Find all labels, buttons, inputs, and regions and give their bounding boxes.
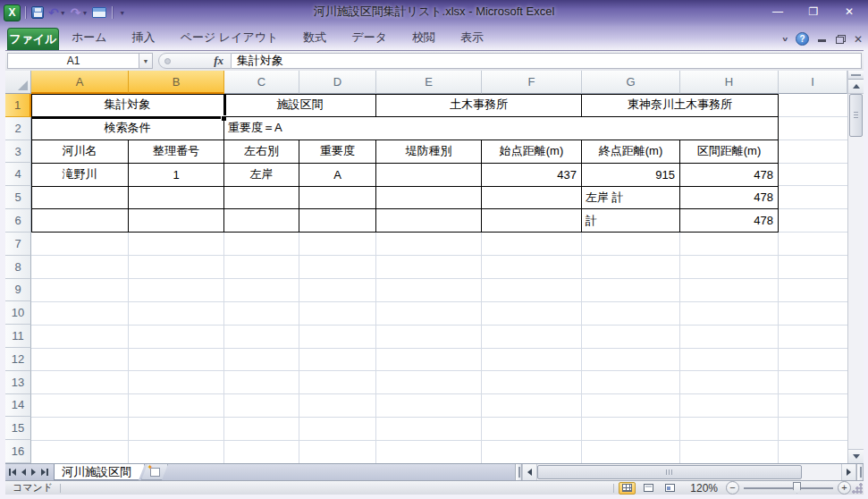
cell-b4[interactable]: 1 [129,164,224,187]
close-button[interactable]: ✕ [838,4,861,20]
cell-a6[interactable] [31,209,129,233]
cell-h3[interactable]: 区間距離(m) [680,140,779,164]
zoom-level-label[interactable]: 120% [690,482,718,495]
horizontal-split-handle[interactable] [856,464,864,480]
cell-a3[interactable]: 河川名 [31,140,129,164]
row-header-4[interactable]: 4 [5,163,31,186]
workbook-restore-icon[interactable] [836,35,846,44]
tab-home[interactable]: ホーム [59,26,120,50]
zoom-slider-track[interactable] [744,487,833,489]
normal-view-button[interactable] [619,482,636,495]
scroll-right-button[interactable] [841,464,856,480]
row-header-2[interactable]: 2 [5,117,31,140]
cell-g4[interactable]: 915 [582,164,680,187]
row-header-11[interactable]: 11 [5,325,31,348]
vertical-split-handle[interactable] [848,71,864,80]
cell-e4[interactable] [376,164,482,187]
sheet-tab-active[interactable]: 河川施設区間 [54,464,145,480]
cell-c2[interactable]: 重要度＝A [224,117,779,140]
cell-d3[interactable]: 重要度 [299,140,376,164]
workbook-close-icon[interactable]: ✕ [854,35,863,44]
insert-function-icon[interactable]: fx [214,54,223,68]
next-sheet-button[interactable] [31,469,36,476]
row-header-10[interactable]: 10 [5,301,31,325]
cell-c6[interactable] [224,209,299,233]
tab-data[interactable]: データ [339,26,400,50]
select-all-corner[interactable] [5,71,31,94]
row-header-13[interactable]: 13 [5,371,31,394]
cell-e6[interactable] [376,209,482,233]
cell-g6[interactable]: 計 [582,209,680,233]
resize-grip[interactable] [852,483,863,494]
cell-a1[interactable]: 集計対象 [31,94,224,117]
cell-c1[interactable]: 施設区間 [224,94,376,117]
name-box[interactable]: A1 [7,53,139,69]
help-icon[interactable]: ? [796,32,809,46]
column-header-e[interactable]: E [376,71,482,94]
cell-g1[interactable]: 東神奈川土木事務所 [582,94,779,117]
cell-f4[interactable]: 437 [482,164,582,187]
cell-a2[interactable]: 検索条件 [31,117,224,140]
undo-dropdown-icon[interactable]: ▼ [60,10,66,16]
customize-qat-button[interactable]: ▼ [117,4,126,21]
expand-ribbon-chevron-icon[interactable]: v [782,35,788,43]
insert-worksheet-button[interactable] [141,464,168,480]
page-layout-view-button[interactable] [640,482,657,495]
row-header-16[interactable]: 16 [5,440,31,463]
cell-b6[interactable] [129,209,224,233]
row-header-7[interactable]: 7 [5,233,31,256]
scroll-up-button[interactable] [848,80,864,94]
scroll-left-button[interactable] [522,464,537,480]
cell-f3[interactable]: 始点距離(m) [482,140,582,164]
scroll-down-button[interactable] [848,449,864,463]
cell-a5[interactable] [31,187,129,210]
column-header-a[interactable]: A [31,71,129,94]
redo-dropdown-icon[interactable]: ▼ [81,10,88,16]
undo-button[interactable]: ↶▼ [47,4,67,21]
row-header-6[interactable]: 6 [5,209,31,233]
new-window-button[interactable] [91,4,107,21]
vertical-scroll-thumb[interactable] [849,94,863,137]
row-header-5[interactable]: 5 [5,186,31,209]
first-sheet-button[interactable] [9,469,16,476]
save-button[interactable] [30,4,45,21]
zoom-in-button[interactable]: + [838,481,851,495]
cell-d6[interactable] [299,209,376,233]
cell-a4[interactable]: 滝野川 [31,164,129,187]
horizontal-scroll-thumb[interactable] [537,465,802,479]
column-header-g[interactable]: G [582,71,680,94]
column-header-b[interactable]: B [129,71,224,94]
vertical-scroll-track[interactable] [848,137,864,449]
cell-f6[interactable] [482,209,582,233]
maximize-button[interactable]: ❐ [802,4,825,20]
tab-formulas[interactable]: 数式 [291,26,339,50]
row-header-9[interactable]: 9 [5,279,31,302]
cell-f5[interactable] [482,187,582,210]
fill-handle[interactable] [221,115,226,121]
cell-d4[interactable]: A [299,164,376,187]
horizontal-scroll-track[interactable] [537,464,841,480]
zoom-slider-thumb[interactable] [793,482,801,494]
workbook-minimize-button[interactable] [817,35,828,44]
tab-review[interactable]: 校閲 [400,26,448,50]
column-header-h[interactable]: H [680,71,779,94]
row-header-14[interactable]: 14 [5,394,31,418]
row-header-15[interactable]: 15 [5,417,31,440]
column-header-f[interactable]: F [482,71,582,94]
formula-bar-splitter[interactable]: fx [158,53,232,69]
redo-button[interactable]: ↷▼ [70,4,89,21]
name-box-dropdown-icon[interactable]: ▼ [139,53,153,69]
cell-h5[interactable]: 478 [680,187,779,210]
cell-grid[interactable]: 集計対象 施設区間 土木事務所 東神奈川土木事務所 検索条件 重要度＝A 河川名… [31,94,847,463]
excel-logo-icon[interactable]: X [4,4,21,21]
cell-g3[interactable]: 終点距離(m) [582,140,680,164]
cell-g5[interactable]: 左岸 計 [582,187,680,210]
tab-insert[interactable]: 挿入 [120,26,168,50]
column-header-d[interactable]: D [299,71,376,94]
row-header-1[interactable]: 1 [5,94,31,117]
row-header-12[interactable]: 12 [5,348,31,371]
cell-c5[interactable] [224,187,299,210]
cell-d5[interactable] [299,187,376,210]
column-header-i[interactable]: I [779,71,847,94]
tab-view[interactable]: 表示 [448,26,496,50]
